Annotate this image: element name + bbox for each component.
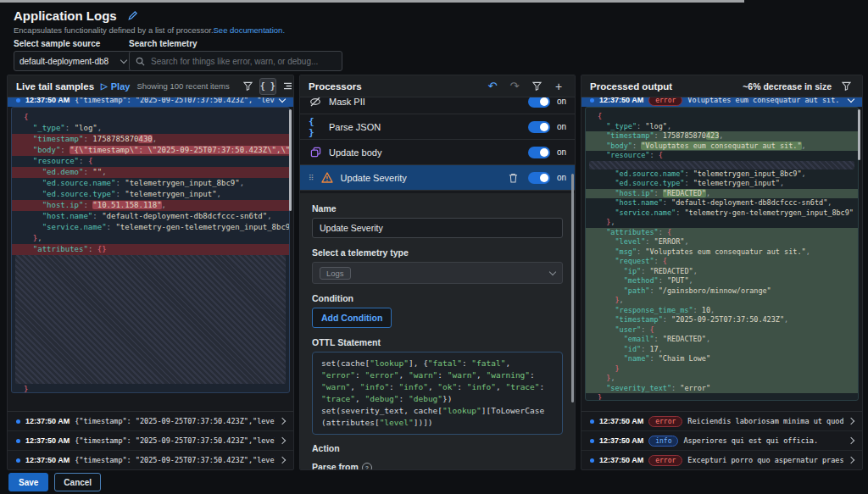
processed-output-json-viewer: { "_type": "log", "timestamp": 175878587… <box>585 107 859 401</box>
see-documentation-link[interactable]: See documentation. <box>214 25 286 35</box>
mask-icon <box>309 97 322 108</box>
json-line: "ed.source.name": "telemetrygen_input_8b… <box>586 169 858 180</box>
processor-toggle[interactable] <box>528 172 550 184</box>
sample-source-select[interactable]: default-deployment-db8 <box>14 51 132 71</box>
log-row[interactable]: 12:37:50 AM{"timestamp": "2025-09-25T07:… <box>8 431 293 451</box>
chevron-down-icon <box>549 269 556 275</box>
page-title: Application Logs <box>14 8 117 23</box>
search-icon <box>136 57 145 66</box>
json-line: } <box>586 393 858 401</box>
list-view-toggle[interactable] <box>283 79 292 94</box>
processor-toggle[interactable] <box>528 121 550 133</box>
json-line: "attributes": { <box>586 228 858 238</box>
processed-output-panel: Processed output ~6% decrease in size 12… <box>581 75 863 470</box>
json-view-toggle[interactable]: { } <box>259 78 276 95</box>
toggle-state-label: on <box>557 147 566 157</box>
diff-removed-hatch <box>15 255 286 384</box>
json-line: "host.name": "default-deployment-db8dcfc… <box>12 211 289 222</box>
log-text: {"timestamp": "2025-09-25T07:37:50.423Z"… <box>75 456 275 464</box>
log-text: Excepturi porro quo aspernatur praesenti… <box>687 456 843 464</box>
json-line: "id": 17, <box>586 345 858 355</box>
selected-output-row[interactable]: 12:37:50 AM error Voluptates eum consequ… <box>581 97 862 107</box>
live-tail-header: Live tail samples ▷ Play Showing 100 rec… <box>8 75 293 97</box>
toggle-state-label: on <box>557 97 566 106</box>
log-row[interactable]: 12:37:50 AMerrorExcepturi porro quo aspe… <box>581 451 862 469</box>
search-input[interactable] <box>149 56 336 67</box>
processor-name: Mask PII <box>329 97 521 107</box>
toggle-state-label: on <box>557 173 566 182</box>
ottl-code-line: "warn", "info": "info", "ok": "info", "t… <box>321 381 554 393</box>
json-line: }, <box>586 296 858 306</box>
scrollbar-thumb[interactable] <box>571 174 574 402</box>
size-decrease-note: ~6% decrease in size <box>743 81 832 92</box>
json-line: } <box>586 364 858 375</box>
log-text: Reiciendis laboriosam minima ut quod. <box>687 417 843 425</box>
condition-label: Condition <box>312 293 563 303</box>
add-processor-button[interactable]: + <box>551 79 566 94</box>
log-row[interactable]: 12:37:50 AMinfoAsperiores qui est qui of… <box>581 431 862 451</box>
filter-icon[interactable] <box>529 79 544 94</box>
scrollbar-thumb[interactable] <box>858 109 860 160</box>
processor-row-update-severity[interactable]: ⠿Update Severityon <box>300 165 575 191</box>
json-line: "email": "REDACTED", <box>586 335 858 345</box>
footer-bar: Save Cancel <box>0 470 868 494</box>
trash-icon[interactable] <box>506 170 521 186</box>
help-icon[interactable]: ? <box>362 463 372 469</box>
telemetry-type-select[interactable]: Logs <box>312 262 563 284</box>
json-line: "timestamp": 1758785870430, <box>12 134 289 145</box>
log-time: 12:37:50 AM <box>599 456 643 464</box>
processor-toggle[interactable] <box>528 147 550 158</box>
filter-icon[interactable] <box>243 79 253 94</box>
diff-removed-hatch <box>589 161 854 169</box>
drag-handle[interactable]: ⠿ <box>309 174 314 182</box>
undo-icon[interactable]: ↶ <box>485 79 500 94</box>
processor-edit-form: Name Select a telemetry type Logs Condit… <box>300 193 575 469</box>
json-line: "ed.source.type": "telemetrygen_input", <box>586 179 858 189</box>
json-line: "name": "Chaim Lowe" <box>586 354 858 364</box>
edit-title-pencil-icon[interactable] <box>125 8 141 23</box>
ottl-statement-editor[interactable]: set(cache["lookup"], {"fatal": "fatal","… <box>312 352 563 435</box>
name-label: Name <box>312 203 563 214</box>
filter-icon[interactable] <box>838 79 854 94</box>
processor-row-mask-pii[interactable]: Mask PIIon <box>300 97 575 114</box>
json-line: "service.name": "telemetry-gen-telemetry… <box>12 222 289 233</box>
json-line: "timestamp": 1758785870423, <box>586 131 858 142</box>
json-line: "service.name": "telemetry-gen-telemetry… <box>586 208 858 219</box>
chevron-right-icon <box>848 418 854 425</box>
chevron-right-icon <box>279 437 286 444</box>
log-dot-icon <box>590 439 594 443</box>
play-icon: ▷ <box>101 81 108 91</box>
info-badge: info <box>648 436 678 447</box>
json-line: "ip": "REDACTED", <box>586 267 858 277</box>
toggle-state-label: on <box>557 122 566 131</box>
redo-icon[interactable]: ↷ <box>507 79 522 94</box>
json-line: "msg": "Voluptates eum consequatur aut s… <box>586 247 858 258</box>
json-line: "timestamp": "2025-09-25T07:37:50.423Z", <box>586 315 858 325</box>
save-button[interactable]: Save <box>8 473 48 491</box>
add-condition-button[interactable]: Add Condition <box>312 308 392 328</box>
processor-row-update-body[interactable]: Update bodyon <box>300 140 575 165</box>
live-tail-title: Live tail samples <box>16 81 94 92</box>
processors-title: Processors <box>309 81 362 92</box>
processor-row-parse-json[interactable]: { }Parse JSONon <box>300 114 575 140</box>
log-dot-icon <box>590 98 594 103</box>
json-line: "ed.source.type": "telemetrygen_input", <box>12 189 289 200</box>
selected-log-row[interactable]: 12:37:50 AM {"timestamp": "2025-09-25T07… <box>8 97 293 107</box>
json-line: "host.name": "default-deployment-db8dcfc… <box>586 198 858 208</box>
parse-from-label: Parse from? <box>312 462 563 469</box>
processor-toggle[interactable] <box>528 97 550 108</box>
log-row[interactable]: 12:37:50 AM{"timestamp": "2025-09-25T07:… <box>8 451 293 469</box>
scrollbar-thumb[interactable] <box>289 109 292 211</box>
log-time: 12:37:50 AM <box>25 417 70 425</box>
json-line: } <box>12 384 289 393</box>
log-dot-icon <box>590 419 594 424</box>
cancel-button[interactable]: Cancel <box>54 473 101 491</box>
log-row[interactable]: 12:37:50 AMerrorReiciendis laboriosam mi… <box>581 412 862 431</box>
error-badge: error <box>648 97 682 106</box>
processor-name-input[interactable] <box>312 218 563 238</box>
play-button[interactable]: ▷ Play <box>101 81 130 92</box>
log-row[interactable]: 12:37:50 AM{"timestamp": "2025-09-25T07:… <box>8 412 293 431</box>
braces-icon: { } <box>260 81 275 91</box>
log-dot-icon <box>16 98 20 103</box>
log-text: {"timestamp": "2025-09-25T07:37:50.423Z"… <box>75 417 275 425</box>
